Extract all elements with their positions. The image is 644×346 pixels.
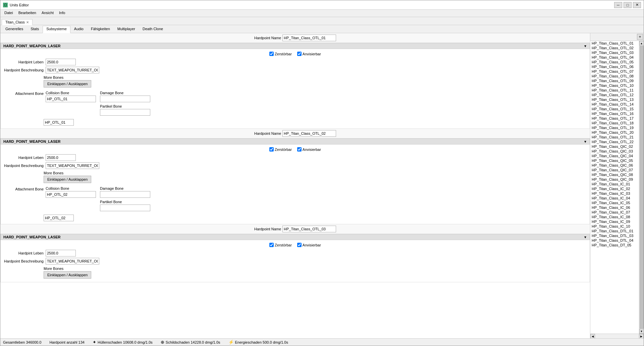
tab-close-icon[interactable]: ✕ [26, 20, 29, 24]
list-item[interactable]: HP_Titan_Class_OTL_08 [590, 74, 639, 78]
list-item[interactable]: HP_Titan_Class_QIC_02 [590, 144, 639, 149]
list-item[interactable]: HP_Titan_Class_DTL_03 [590, 233, 639, 238]
list-item[interactable]: HP_Titan_Class_OTL_04 [590, 55, 639, 60]
list-item[interactable]: HP_Titan_Class_OTL_19 [590, 125, 639, 130]
beschreibung-input-2[interactable] [46, 162, 99, 169]
list-item[interactable]: HP_Titan_Class_IC_03 [590, 191, 639, 196]
scroll-left-arrow[interactable]: ◀ [590, 334, 595, 338]
list-item[interactable]: HP_Titan_Class_IC_02 [590, 186, 639, 191]
zerstoerbar-label-1[interactable]: Zerstörbar [269, 52, 292, 56]
zerstoerbar-checkbox-1[interactable] [269, 52, 274, 56]
list-item[interactable]: HP_Titan_Class_OTL_09 [590, 78, 639, 83]
list-item[interactable]: HP_Titan_Class_IC_05 [590, 200, 639, 205]
list-item[interactable]: HP_Titan_Class_OTL_03 [590, 50, 639, 55]
tab-stats[interactable]: Stats [27, 26, 43, 33]
list-item[interactable]: HP_Titan_Class_OTL_15 [590, 107, 639, 111]
list-item[interactable]: HP_Titan_Class_IC_01 [590, 182, 639, 186]
list-item[interactable]: HP_Titan_Class_IC_04 [590, 196, 639, 200]
menu-bearbeiten[interactable]: Bearbeiten [16, 10, 39, 16]
tab-multiplayer[interactable]: Multiplayer [114, 26, 139, 33]
hardpoint-name-input-1[interactable] [282, 35, 336, 41]
list-item[interactable]: HP_Titan_Class_OTL_06 [590, 64, 639, 69]
menu-datei[interactable]: Datei [2, 10, 16, 16]
list-item[interactable]: HP_Titan_Class_QIC_05 [590, 158, 639, 163]
list-item[interactable]: HP_Titan_Class_OTL_02 [590, 46, 639, 50]
list-item[interactable]: HP_Titan_Class_IC_09 [590, 219, 639, 224]
list-item[interactable]: HP_Titan_Class_IC_07 [590, 210, 639, 215]
section-header-3[interactable]: HARD_POINT_WEAPON_LASER ▼ [0, 234, 590, 240]
beschreibung-input-1[interactable] [46, 67, 99, 73]
collision-bone-input-1[interactable] [46, 96, 96, 102]
minimize-button[interactable]: ─ [614, 2, 622, 8]
attachment-bone-input-2[interactable] [44, 215, 74, 221]
anvisierbar-checkbox-2[interactable] [297, 147, 302, 152]
anvisierbar-label-2[interactable]: Anvisierbar [297, 147, 321, 152]
scroll-right-arrow[interactable]: ▶ [639, 334, 644, 338]
right-panel-hscrollbar[interactable]: ◀ ▶ [590, 334, 644, 338]
tab-subsysteme[interactable]: Subsysteme [43, 26, 70, 33]
attachment-bone-input-1[interactable] [44, 119, 74, 126]
list-item[interactable]: HP_Titan_Class_OTL_14 [590, 102, 639, 107]
zerstoerbar-checkbox-3[interactable] [269, 243, 274, 247]
collapse-button-2[interactable]: Einklappen / Ausklappen [44, 176, 91, 183]
close-button[interactable]: ✕ [633, 2, 641, 8]
hardpoint-name-input-3[interactable] [282, 226, 336, 232]
list-item[interactable]: HP_Titan_Class_OTL_11 [590, 88, 639, 93]
list-item[interactable]: HP_Titan_Class_OTL_22 [590, 139, 639, 144]
list-item[interactable]: HP_Titan_Class_OTL_17 [590, 116, 639, 121]
collapse-button-1[interactable]: Einklappen / Ausklappen [44, 80, 91, 88]
zerstoerbar-label-3[interactable]: Zerstörbar [269, 243, 292, 247]
beschreibung-input-3[interactable] [46, 258, 99, 265]
tab-audio[interactable]: Audio [70, 26, 87, 33]
hscroll-track[interactable] [595, 334, 639, 338]
partikel-bone-input-1[interactable] [100, 109, 150, 116]
list-item[interactable]: HP_Titan_Class_QIC_03 [590, 149, 639, 154]
section-header-2[interactable]: HARD_POINT_WEAPON_LASER ▼ [0, 138, 590, 145]
list-item[interactable]: HP_Titan_Class_OTL_05 [590, 60, 639, 64]
menu-ansicht[interactable]: Ansicht [39, 10, 56, 16]
partikel-bone-input-2[interactable] [100, 205, 150, 211]
section-header-1[interactable]: HARD_POINT_WEAPON_LASER ▼ [0, 43, 590, 49]
scroll-down-arrow[interactable]: ▼ [639, 329, 644, 334]
list-item[interactable]: HP_Titan_Class_IC_08 [590, 215, 639, 219]
leben-input-1[interactable] [46, 59, 76, 65]
list-item[interactable]: HP_Titan_Class_QIC_09 [590, 177, 639, 182]
list-item[interactable]: HP_Titan_Class_DT_05 [590, 243, 639, 247]
list-item[interactable]: HP_Titan_Class_DTL_04 [590, 238, 639, 243]
list-item[interactable]: HP_Titan_Class_OTL_01 [590, 41, 639, 46]
maximize-button[interactable]: □ [624, 2, 632, 8]
list-item[interactable]: HP_Titan_Class_QIC_08 [590, 172, 639, 177]
tab-death-clone[interactable]: Death Clone [139, 26, 167, 33]
scroll-thumb[interactable] [640, 46, 644, 329]
menu-info[interactable]: Info [56, 10, 68, 16]
anvisierbar-label-1[interactable]: Anvisierbar [297, 52, 321, 56]
anvisierbar-label-3[interactable]: Anvisierbar [297, 243, 321, 247]
list-item[interactable]: HP_Titan_Class_IC_06 [590, 205, 639, 210]
damage-bone-input-2[interactable] [100, 191, 150, 198]
list-item[interactable]: HP_Titan_Class_OTL_10 [590, 83, 639, 88]
tab-generelles[interactable]: Generelles [2, 26, 27, 33]
list-item[interactable]: HP_Titan_Class_DTL_01 [590, 229, 639, 233]
list-item[interactable]: HP_Titan_Class_OTL_12 [590, 93, 639, 97]
list-item[interactable]: HP_Titan_Class_OTL_16 [590, 111, 639, 116]
list-item[interactable]: HP_Titan_Class_QIC_07 [590, 168, 639, 172]
list-item[interactable]: HP_Titan_Class_OTL_07 [590, 69, 639, 74]
list-item[interactable]: HP_Titan_Class_OTL_13 [590, 97, 639, 102]
zerstoerbar-label-2[interactable]: Zerstörbar [269, 147, 292, 152]
tab-titan-class[interactable]: Titan_Class ✕ [2, 19, 33, 25]
anvisierbar-checkbox-3[interactable] [297, 243, 302, 247]
list-item[interactable]: HP_Titan_Class_QIC_04 [590, 154, 639, 158]
leben-input-3[interactable] [46, 250, 76, 256]
list-item[interactable]: HP_Titan_Class_IC_10 [590, 224, 639, 229]
list-item[interactable]: HP_Titan_Class_OTL_18 [590, 121, 639, 125]
hardpoint-name-input-2[interactable] [282, 130, 336, 137]
list-item[interactable]: HP_Titan_Class_QIC_06 [590, 163, 639, 168]
zerstoerbar-checkbox-2[interactable] [269, 147, 274, 152]
collapse-button-3[interactable]: Einklappen / Ausklappen [44, 271, 91, 279]
list-item[interactable]: HP_Titan_Class_OTL_20 [590, 130, 639, 135]
list-item[interactable]: HP_Titan_Class_OTL_21 [590, 135, 639, 139]
anvisierbar-checkbox-1[interactable] [297, 52, 302, 56]
scroll-up-arrow[interactable]: ▲ [639, 41, 644, 46]
damage-bone-input-1[interactable] [100, 96, 150, 102]
tab-faehigkeiten[interactable]: Fähigkeiten [87, 26, 114, 33]
